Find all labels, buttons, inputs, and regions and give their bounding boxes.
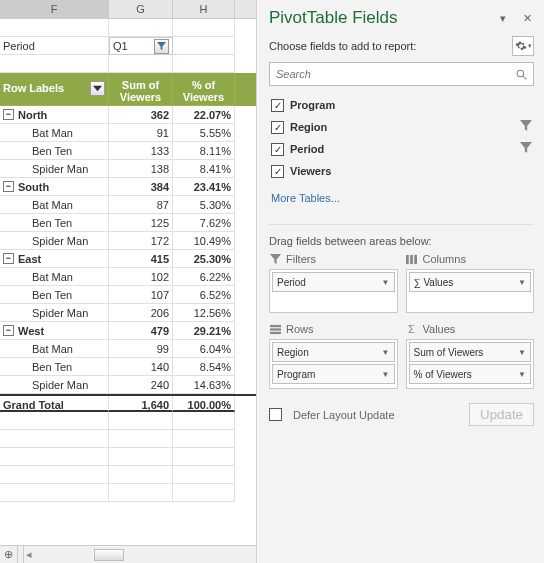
row[interactable] [0, 484, 256, 502]
checkbox-icon[interactable] [271, 121, 284, 134]
rows-icon [269, 323, 281, 335]
col-G[interactable]: G [109, 0, 173, 18]
chevron-down-icon[interactable]: ▼ [518, 370, 526, 379]
region[interactable]: −East41525.30% [0, 250, 256, 268]
columns-icon [406, 253, 418, 265]
update-button[interactable]: Update [469, 403, 534, 426]
svg-line-1 [523, 76, 526, 79]
area-field[interactable]: Region▼ [272, 342, 395, 362]
collapse-icon[interactable]: − [3, 181, 14, 192]
svg-rect-7 [270, 331, 281, 333]
row-labels-header[interactable]: Row Labels [0, 73, 109, 106]
checkbox-icon[interactable] [271, 165, 284, 178]
horizontal-scrollbar[interactable]: ⊕ ◂ [0, 545, 256, 563]
row[interactable] [0, 19, 256, 37]
filter-icon[interactable] [520, 142, 532, 156]
area-filters[interactable]: FiltersPeriod▼ [269, 253, 398, 313]
more-tables-link[interactable]: More Tables... [271, 192, 534, 204]
svg-rect-6 [270, 328, 281, 330]
chevron-down-icon[interactable]: ▼ [518, 348, 526, 357]
svg-rect-4 [414, 254, 417, 263]
panel-title: PivotTable Fields [269, 8, 398, 28]
scroll-thumb[interactable] [94, 549, 124, 561]
sub[interactable]: Spider Man24014.63% [0, 376, 256, 394]
area-field[interactable]: Program▼ [272, 364, 395, 384]
area-values[interactable]: ΣValuesSum of Viewers▼% of Viewers▼ [406, 323, 535, 389]
region[interactable]: −South38423.41% [0, 178, 256, 196]
sub[interactable]: Spider Man20612.56% [0, 304, 256, 322]
filter-icon[interactable] [520, 120, 532, 134]
grand[interactable]: Grand Total1,640100.00% [0, 394, 256, 412]
search-input[interactable] [269, 62, 534, 86]
col-H[interactable]: H [173, 0, 235, 18]
sub[interactable]: Ben Ten1338.11% [0, 142, 256, 160]
field-region[interactable]: Region [269, 116, 534, 138]
sub[interactable]: Ben Ten1257.62% [0, 214, 256, 232]
filter-icon[interactable] [154, 39, 169, 54]
area-field[interactable]: % of Viewers▼ [409, 364, 532, 384]
column-headers: F G H [0, 0, 256, 19]
sub[interactable]: Bat Man915.55% [0, 124, 256, 142]
panel-subtitle: Choose fields to add to report: [269, 40, 416, 52]
search-field[interactable] [270, 63, 509, 85]
svg-rect-5 [270, 324, 281, 326]
filter-icon[interactable] [90, 81, 105, 96]
dropdown-icon[interactable]: ▾ [496, 11, 510, 25]
collapse-icon[interactable]: − [3, 253, 14, 264]
search-icon[interactable] [509, 63, 533, 85]
collapse-icon[interactable]: − [3, 109, 14, 120]
svg-rect-3 [410, 254, 413, 263]
defer-checkbox[interactable]: Defer Layout Update [269, 408, 395, 421]
field-period[interactable]: Period [269, 138, 534, 160]
sub[interactable]: Ben Ten1408.54% [0, 358, 256, 376]
add-sheet-icon[interactable]: ⊕ [0, 546, 18, 564]
sub[interactable]: Bat Man1026.22% [0, 268, 256, 286]
svg-point-0 [517, 70, 524, 77]
sub[interactable]: Ben Ten1076.52% [0, 286, 256, 304]
chevron-down-icon[interactable]: ▼ [382, 348, 390, 357]
checkbox-icon[interactable] [271, 143, 284, 156]
sub[interactable]: Bat Man875.30% [0, 196, 256, 214]
col-F[interactable]: F [0, 0, 109, 18]
svg-rect-2 [406, 254, 409, 263]
area-field[interactable]: Sum of Viewers▼ [409, 342, 532, 362]
sub[interactable]: Bat Man996.04% [0, 340, 256, 358]
chevron-down-icon[interactable]: ▼ [518, 278, 526, 287]
gear-icon[interactable]: ▾ [512, 36, 534, 56]
region[interactable]: −North36222.07% [0, 106, 256, 124]
values-icon: Σ [406, 323, 418, 335]
chevron-down-icon[interactable]: ▼ [382, 278, 390, 287]
row[interactable] [0, 466, 256, 484]
row[interactable] [0, 55, 256, 73]
collapse-icon[interactable]: − [3, 325, 14, 336]
field-program[interactable]: Program [269, 94, 534, 116]
area-columns[interactable]: Columns∑ Values▼ [406, 253, 535, 313]
pivottable-fields-panel: PivotTable Fields ▾ ✕ Choose fields to a… [256, 0, 544, 563]
field-viewers[interactable]: Viewers [269, 160, 534, 182]
row[interactable] [0, 412, 256, 430]
sub[interactable]: Spider Man1388.41% [0, 160, 256, 178]
drag-text: Drag fields between areas below: [269, 224, 534, 247]
close-icon[interactable]: ✕ [520, 11, 534, 25]
area-field[interactable]: Period▼ [272, 272, 395, 292]
sum-header: Sum of Viewers [109, 73, 173, 106]
region[interactable]: −West47929.21% [0, 322, 256, 340]
chevron-down-icon[interactable]: ▼ [382, 370, 390, 379]
row[interactable] [0, 448, 256, 466]
area-field[interactable]: ∑ Values▼ [409, 272, 532, 292]
pct-header: % of Viewers [173, 73, 235, 106]
row[interactable] [0, 430, 256, 448]
sub[interactable]: Spider Man17210.49% [0, 232, 256, 250]
area-rows[interactable]: RowsRegion▼Program▼ [269, 323, 398, 389]
spreadsheet-grid[interactable]: PeriodQ1Row LabelsSum of Viewers% of Vie… [0, 19, 256, 545]
checkbox-icon[interactable] [271, 99, 284, 112]
row[interactable]: PeriodQ1 [0, 37, 256, 55]
filters-icon [269, 253, 281, 265]
